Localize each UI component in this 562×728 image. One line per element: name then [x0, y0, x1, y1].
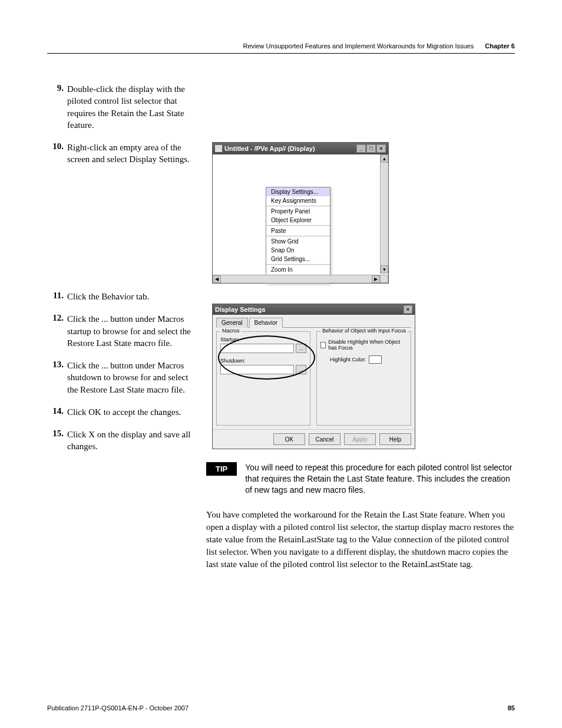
step-number: 11. — [47, 291, 67, 302]
step-number: 15. — [47, 429, 67, 453]
step-text: Click OK to accept the changes. — [67, 406, 181, 418]
step-number: 9. — [47, 83, 67, 131]
menu-item-show-grid[interactable]: Show Grid — [266, 237, 330, 246]
resize-grip[interactable] — [380, 275, 388, 283]
tip-callout: TIP You will need to repeat this procedu… — [206, 462, 515, 496]
menu-item-paste[interactable]: Paste — [266, 226, 330, 235]
scroll-down-arrow-icon[interactable]: ▼ — [381, 265, 388, 274]
disable-highlight-checkbox[interactable] — [320, 342, 326, 348]
tip-badge: TIP — [206, 462, 237, 476]
focus-behavior-group: Behavior of Object with Input Focus Disa… — [316, 331, 411, 426]
step-14: 14. Click OK to accept the changes. — [47, 406, 194, 418]
display-window: Untitled - /PVe App// (Display) _ □ × Di… — [212, 142, 389, 284]
closing-paragraph: You have completed the workaround for th… — [206, 509, 515, 571]
dialog-title: Display Settings — [215, 306, 266, 313]
menu-separator — [266, 206, 330, 206]
macros-group: Macros Startup: ... Shutdown: ... — [216, 331, 310, 426]
display-settings-dialog: Display Settings × General Behavior Macr… — [212, 304, 415, 449]
scroll-up-arrow-icon[interactable]: ▲ — [381, 154, 388, 163]
maximize-button[interactable]: □ — [366, 144, 376, 153]
tip-text: You will need to repeat this procedure f… — [245, 462, 515, 496]
menu-separator — [266, 264, 330, 265]
scroll-right-arrow-icon[interactable]: ▶ — [372, 275, 380, 283]
step-number: 14. — [47, 406, 67, 418]
step-number: 13. — [47, 360, 67, 396]
vertical-scrollbar[interactable]: ▲ ▼ — [380, 154, 388, 274]
shutdown-label: Shutdown: — [220, 358, 306, 364]
step-11: 11. Click the Behavior tab. — [47, 291, 194, 302]
cancel-button[interactable]: Cancel — [309, 433, 340, 445]
apply-button: Apply — [344, 433, 376, 445]
menu-item-grid-settings[interactable]: Grid Settings... — [266, 255, 330, 263]
header-breadcrumb: Review Unsupported Features and Implemen… — [243, 42, 474, 50]
step-number: 10. — [47, 141, 67, 166]
macros-legend: Macros — [220, 328, 242, 334]
step-15: 15. Click X on the display and save all … — [47, 429, 194, 453]
window-body[interactable]: Display Settings... Key Assignments Prop… — [213, 154, 388, 283]
page-footer: Publication 2711P-QS001A-EN-P - October … — [47, 704, 515, 711]
step-text: Click the ... button under Macros shutdo… — [67, 360, 194, 396]
menu-item-display-settings[interactable]: Display Settings... — [266, 187, 330, 196]
minimize-button[interactable]: _ — [356, 144, 366, 153]
step-9: 9. Double-click the display with the pil… — [47, 83, 194, 131]
ok-button[interactable]: OK — [273, 433, 305, 445]
page-header: Review Unsupported Features and Implemen… — [47, 42, 515, 54]
step-text: Right-click an empty area of the screen … — [67, 141, 194, 166]
tab-behavior[interactable]: Behavior — [249, 318, 283, 328]
startup-label: Startup: — [220, 337, 306, 342]
startup-browse-button[interactable]: ... — [296, 344, 306, 353]
close-button[interactable]: × — [376, 144, 386, 153]
header-chapter: Chapter 6 — [485, 42, 515, 50]
focus-legend: Behavior of Object with Input Focus — [320, 328, 408, 334]
menu-separator — [266, 225, 330, 226]
step-text: Click X on the display and save all chan… — [67, 429, 194, 453]
step-12: 12. Click the ... button under Macros st… — [47, 313, 194, 349]
step-number: 12. — [47, 313, 67, 349]
dialog-close-button[interactable]: × — [404, 305, 412, 314]
shutdown-input[interactable] — [220, 365, 294, 374]
page-number: 85 — [508, 704, 515, 711]
window-titlebar: Untitled - /PVe App// (Display) _ □ × — [213, 143, 388, 154]
menu-item-snap-on[interactable]: Snap On — [266, 246, 330, 255]
highlight-color-label: Highlight Color: — [330, 357, 366, 363]
highlight-color-picker[interactable] — [369, 355, 382, 364]
menu-item-object-explorer[interactable]: Object Explorer — [266, 216, 330, 225]
document-icon — [215, 145, 222, 152]
step-text: Click the ... button under Macros startu… — [67, 313, 194, 349]
scroll-left-arrow-icon[interactable]: ◀ — [213, 275, 221, 283]
window-title: Untitled - /PVe App// (Display) — [224, 145, 315, 152]
tab-general[interactable]: General — [216, 318, 248, 328]
menu-item-zoom-in[interactable]: Zoom In — [266, 265, 330, 274]
steps-list-a: 9. Double-click the display with the pil… — [47, 83, 194, 166]
dialog-titlebar: Display Settings × — [213, 304, 415, 315]
menu-separator — [266, 236, 330, 236]
publication-info: Publication 2711P-QS001A-EN-P - October … — [47, 704, 189, 711]
menu-item-key-assignments[interactable]: Key Assignments — [266, 196, 330, 205]
step-13: 13. Click the ... button under Macros sh… — [47, 360, 194, 396]
context-menu: Display Settings... Key Assignments Prop… — [266, 187, 330, 284]
horizontal-scrollbar[interactable]: ◀ ▶ — [213, 275, 380, 283]
steps-list-b: 11. Click the Behavior tab. 12. Click th… — [47, 291, 194, 453]
step-text: Double-click the display with the pilote… — [67, 83, 194, 131]
disable-highlight-label: Disable Highlight When Object has Focus — [328, 339, 407, 351]
startup-input[interactable] — [220, 344, 294, 353]
menu-item-property-panel[interactable]: Property Panel — [266, 207, 330, 216]
step-10: 10. Right-click an empty area of the scr… — [47, 141, 194, 166]
help-button[interactable]: Help — [379, 433, 411, 445]
shutdown-browse-button[interactable]: ... — [296, 365, 306, 374]
step-text: Click the Behavior tab. — [67, 291, 149, 302]
dialog-tabs: General Behavior — [216, 317, 411, 328]
dialog-button-row: OK Cancel Apply Help — [213, 429, 415, 449]
